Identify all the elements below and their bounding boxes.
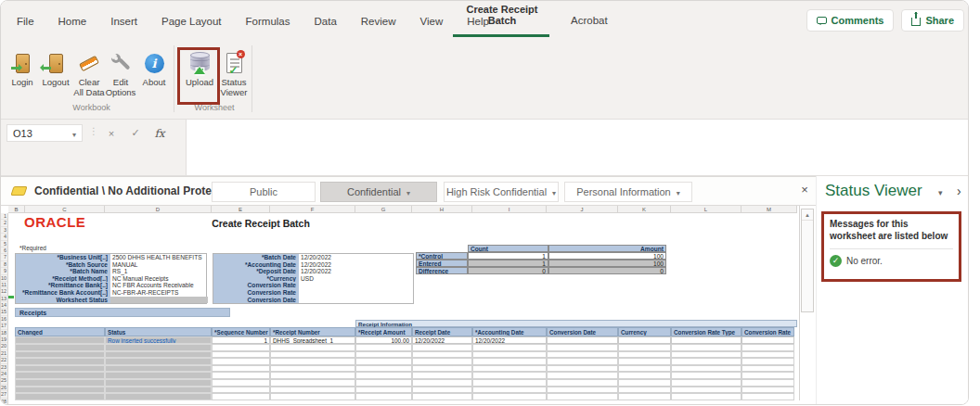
column-header[interactable]: E [212,206,270,213]
column-header[interactable]: H [412,206,472,213]
form-value-cell[interactable]: NC Manual Receipts [110,275,208,283]
cancel-button[interactable]: × [101,124,122,142]
worksheet-title: Create Receipt Batch [168,218,354,229]
form-value-cell[interactable]: NC-FBR-AR-RECEIPTS [110,289,208,297]
form-value-cell[interactable]: USD [299,275,415,283]
chevron-down-icon [552,186,556,197]
form-value-cell[interactable]: 12/20/2022 [299,254,415,261]
table-row[interactable] [15,393,799,400]
column-header[interactable]: L [671,206,741,213]
difference-amount-cell: 0 [548,267,666,274]
status-viewer-button[interactable]: ×✓ Status Viewer [214,49,253,97]
ribbon-tab[interactable]: Home [46,16,99,27]
receipt-information-group-header: Receipt Information [355,320,797,327]
control-count-cell[interactable]: 1 [468,252,548,260]
column-header[interactable]: I [472,206,547,213]
name-box-caret-icon[interactable] [72,128,76,139]
sensitivity-public-button[interactable]: Public [212,182,316,202]
form-value-cell[interactable] [299,297,415,304]
control-amount-cell[interactable]: 100 [548,252,666,260]
form-value-cell[interactable] [299,289,415,297]
panel-message: Messages for this worksheet are listed b… [830,219,953,242]
sensitivity-personal-info-button[interactable]: Personal Information [564,182,692,202]
form-value-cell[interactable] [110,297,208,304]
currency-cell[interactable] [618,336,671,344]
enter-button[interactable]: ✓ [125,124,146,142]
ribbon-tab[interactable]: Page Layout [149,16,234,27]
table-row[interactable] [15,387,799,394]
status-link[interactable]: Row inserted successfully [108,337,176,344]
form-value-cell[interactable]: 2500 DHHS HEALTH BENEFITS [110,254,208,261]
formula-bar: O13 ⋮ × ✓ fx [1,120,968,176]
accounting-date-cell[interactable]: 12/20/2022 [472,336,547,344]
about-button[interactable]: i About [135,49,174,87]
insert-function-button[interactable]: fx [149,124,170,142]
column-header[interactable]: B [8,206,25,213]
ribbon-tab[interactable]: Review [349,16,408,27]
ribbon-tab[interactable]: View [408,16,456,27]
vertical-scrollbar[interactable]: ▲ [801,209,814,312]
ribbon-tab[interactable]: Formulas [234,16,303,27]
column-header[interactable]: J [547,206,618,213]
workbook-group-label: Workbook [38,103,145,112]
conversion-rate-type-cell[interactable] [671,336,741,344]
ribbon-tab[interactable]: Data [303,16,349,27]
form-value-cell[interactable]: RS_1 [110,268,208,275]
column-header[interactable]: D [105,206,212,213]
formula-input[interactable] [186,120,969,175]
form-row: *Batch Source MANUAL [16,261,206,269]
panel-chevron-icon[interactable]: › [957,184,961,198]
table-row[interactable] [15,372,799,379]
form-label: *Batch Name [16,268,110,275]
conversion-rate-cell[interactable] [741,336,794,344]
ribbon-tab[interactable]: File [5,16,46,27]
form-row: *Receipt Method[..] NC Manual Receipts [16,275,206,283]
sensitivity-high-risk-button[interactable]: High Risk Confidential [444,182,559,202]
share-button[interactable]: Share [901,9,964,32]
form-value-cell[interactable]: 12/20/2022 [299,261,415,269]
group-divider [174,45,174,112]
sequence-number-cell[interactable]: 1 [212,336,270,344]
table-column-header: Currency [618,327,671,336]
receipt-number-cell[interactable]: DHHS_Spreadsheet_1 [270,336,355,344]
table-row[interactable] [15,344,799,351]
group-divider [251,45,252,112]
receipt-amount-cell[interactable]: 100.00 [355,336,412,344]
tab-acrobat[interactable]: Acrobat [571,15,608,26]
form-value-cell[interactable]: 12/20/2022 [299,268,415,275]
form-label: Conversion Rate [213,282,299,289]
form-value-cell[interactable]: MANUAL [110,261,208,269]
form-label: Conversion Rate [213,289,299,297]
table-column-header: Status [105,327,212,336]
form-value-cell[interactable] [299,282,415,289]
column-header[interactable]: C [25,206,105,213]
column-header[interactable]: F [270,206,355,213]
panel-caret-icon[interactable]: ▾ [938,188,943,197]
column-header[interactable]: G [355,206,412,213]
form-value-cell[interactable]: NC FBR Accounts Receivable [110,282,208,289]
status-cell[interactable]: Row inserted successfully [105,336,212,344]
conversion-date-cell[interactable] [547,336,618,344]
ribbon-tab[interactable]: Insert [98,16,149,27]
receipt-date-cell[interactable]: 12/20/2022 [412,336,472,344]
table-column-header: Receipt Date [412,327,472,336]
form-row: *Deposit Date 12/20/2022 [213,268,413,275]
entered-amount-cell: 100 [548,260,666,267]
info-icon: i [145,54,164,73]
comments-button[interactable]: Comments [806,9,895,32]
close-icon[interactable]: × [797,183,812,197]
scroll-up-icon[interactable]: ▲ [802,209,813,221]
table-row[interactable] [15,351,799,359]
name-box[interactable]: O13 [6,124,83,142]
column-header[interactable]: K [618,206,671,213]
tab-create-receipt-batch[interactable]: Create Receipt Batch [453,4,551,26]
row-headers[interactable]: 1234567891011121314151617181920212223242… [1,213,8,405]
column-header[interactable]: M [741,206,797,213]
table-row[interactable] [15,358,799,365]
changed-cell[interactable] [15,336,105,344]
cell-reference: O13 [13,128,32,139]
table-row[interactable] [15,365,799,373]
upload-button[interactable]: Upload [180,49,219,87]
table-row[interactable] [15,379,799,387]
sensitivity-confidential-button[interactable]: Confidential [320,182,437,202]
